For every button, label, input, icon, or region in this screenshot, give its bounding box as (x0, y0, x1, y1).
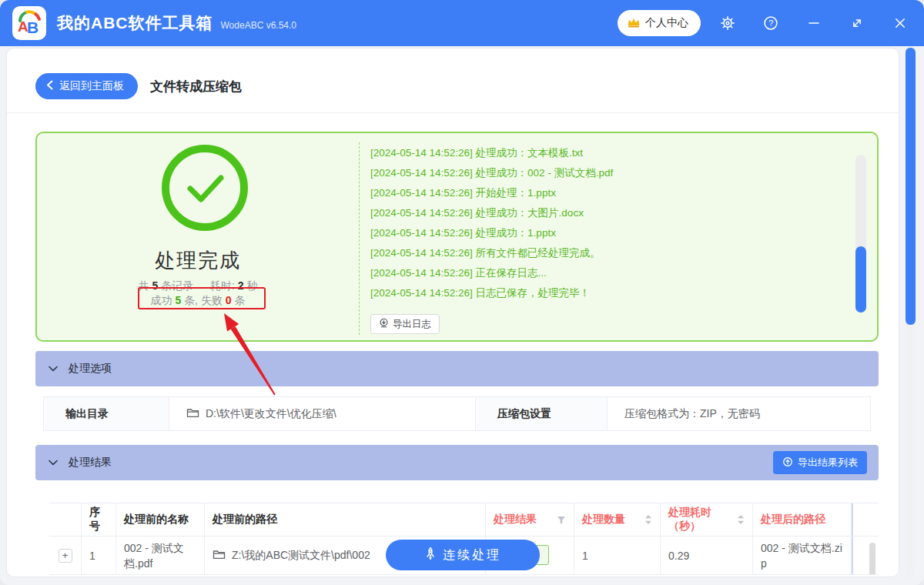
options-table: 输出目录 D:\软件\更改文件\优化压缩\ 压缩包设置 压缩包格式为：ZIP，无… (43, 396, 871, 431)
success-count: 5 (175, 294, 181, 306)
elapsed-seconds: 2 (238, 279, 244, 292)
svg-text:B: B (27, 18, 38, 36)
sort-icon[interactable] (737, 514, 745, 525)
main-content-card: 返回到主面板 文件转成压缩包 处理完成 共 5 条记录 (6, 48, 899, 577)
archive-settings-label: 压缩包设置 (476, 397, 608, 430)
folder-icon (186, 407, 199, 420)
row-seconds: 0.29 (661, 537, 753, 575)
expand-column-header (49, 503, 82, 537)
col-header-name: 处理前的名称 (116, 503, 205, 537)
svg-text:?: ? (768, 18, 773, 28)
output-dir-label: 输出目录 (44, 397, 169, 430)
col-header-output-path: 处理后的路径 (753, 503, 852, 537)
success-check-icon (161, 144, 249, 235)
log-line: [2024-05-14 14:52:26] 处理成功：大图片.docx (370, 203, 802, 223)
folder-icon (213, 549, 226, 562)
export-log-label: 导出日志 (393, 318, 431, 331)
log-scrollbar[interactable] (855, 155, 866, 313)
settings-gear-icon[interactable] (711, 8, 744, 38)
options-section-title: 处理选项 (69, 362, 112, 376)
log-line: [2024-05-14 14:52:26] 日志已保存，处理完毕！ (370, 283, 802, 303)
result-summary-panel: 处理完成 共 5 条记录 耗时: 2 秒 成功 5 条, 失败 0 条 (35, 132, 879, 342)
row-expand-button[interactable]: + (59, 549, 72, 563)
sort-icon[interactable] (644, 514, 652, 525)
export-log-button[interactable]: 导出日志 (370, 314, 440, 334)
chevron-down-icon (49, 460, 58, 466)
minimize-icon[interactable] (798, 8, 830, 38)
result-status-block: 处理完成 共 5 条记录 耗时: 2 秒 成功 5 条, 失败 0 条 (37, 133, 359, 340)
app-title: 我的ABC软件工具箱 (57, 12, 213, 34)
section-header-options[interactable]: 处理选项 (35, 351, 879, 386)
results-section-title: 处理结果 (69, 456, 112, 470)
status-title: 处理完成 (37, 247, 359, 274)
title-bar: A B 我的ABC软件工具箱 WodeABC v6.54.0 个人中心 (0, 0, 924, 46)
row-index: 1 (82, 537, 116, 575)
back-to-dashboard-button[interactable]: 返回到主面板 (35, 73, 138, 99)
log-line: [2024-05-14 14:52:26] 正在保存日志... (370, 263, 802, 283)
continue-processing-label: 连续处理 (443, 547, 501, 563)
log-line: [2024-05-14 14:52:26] 处理成功：文本模板.txt (370, 143, 802, 163)
row-count: 1 (574, 537, 661, 575)
header-divider (7, 112, 899, 113)
col-header-count[interactable]: 处理数量 (574, 503, 661, 537)
export-result-list-button[interactable]: 导出结果列表 (773, 451, 867, 474)
process-log-list: [2024-05-14 14:52:26] 处理成功：文本模板.txt [202… (370, 143, 802, 334)
back-button-label: 返回到主面板 (59, 79, 124, 93)
chevron-down-icon (49, 366, 58, 372)
maximize-icon[interactable] (841, 8, 873, 38)
section-header-results[interactable]: 处理结果 导出结果列表 (35, 445, 879, 480)
filter-icon[interactable] (557, 516, 566, 524)
col-header-path: 处理前的路径 (205, 503, 486, 537)
page-scrollbar[interactable] (906, 48, 916, 577)
upload-cloud-icon (782, 456, 793, 470)
row-output-name: 002 - 测试文档.zip (753, 537, 852, 575)
expand-cell: + (49, 537, 82, 575)
app-window: A B 我的ABC软件工具箱 WodeABC v6.54.0 个人中心 (0, 0, 924, 585)
app-version: WodeABC v6.54.0 (221, 20, 297, 31)
results-table-header: 序号 处理前的名称 处理前的路径 处理结果 处理数量 处理耗时（秒） (49, 503, 879, 537)
chevron-left-icon (46, 80, 53, 92)
total-count: 5 (152, 279, 158, 292)
help-icon[interactable]: ? (755, 8, 787, 38)
success-fail-summary: 成功 5 条, 失败 0 条 (37, 294, 359, 308)
output-dir-value: D:\软件\更改文件\优化压缩\ (169, 397, 476, 430)
panel-divider (359, 142, 360, 335)
table-scroll-gutter (852, 537, 879, 575)
table-scrollbar-thumb[interactable] (869, 543, 875, 575)
app-logo-icon: A B (12, 6, 46, 40)
archive-settings-value: 压缩包格式为：ZIP，无密码 (608, 397, 870, 430)
record-stats: 共 5 条记录 耗时: 2 秒 (37, 279, 359, 293)
log-line: [2024-05-14 14:52:26] 开始处理：1.pptx (370, 183, 802, 203)
col-header-seconds[interactable]: 处理耗时（秒） (661, 503, 753, 537)
fail-count: 0 (226, 294, 232, 306)
col-header-result[interactable]: 处理结果 (486, 503, 574, 537)
continue-processing-button[interactable]: 连续处理 (386, 540, 540, 570)
log-line: [2024-05-14 14:52:26] 所有文件都已经处理完成。 (370, 243, 802, 263)
close-icon[interactable] (884, 8, 916, 38)
rocket-icon (424, 547, 437, 563)
page-scrollbar-thumb[interactable] (906, 48, 916, 325)
log-line: [2024-05-14 14:52:26] 处理成功：002 - 测试文档.pd… (370, 163, 802, 183)
user-center-label: 个人中心 (645, 16, 688, 30)
row-source-name: 002 - 测试文档.pdf (116, 537, 205, 575)
crown-icon (627, 16, 641, 31)
log-scrollbar-thumb[interactable] (855, 246, 866, 313)
table-scroll-gutter (852, 503, 879, 537)
download-icon (379, 318, 389, 330)
titlebar-actions: 个人中心 ? (618, 0, 916, 46)
log-line: [2024-05-14 14:52:26] 处理成功：1.pptx (370, 223, 802, 243)
page-header: 返回到主面板 文件转成压缩包 (35, 69, 242, 103)
col-header-index: 序号 (82, 503, 116, 537)
user-center-button[interactable]: 个人中心 (618, 10, 701, 36)
page-title: 文件转成压缩包 (150, 78, 242, 95)
export-result-list-label: 导出结果列表 (798, 456, 858, 470)
